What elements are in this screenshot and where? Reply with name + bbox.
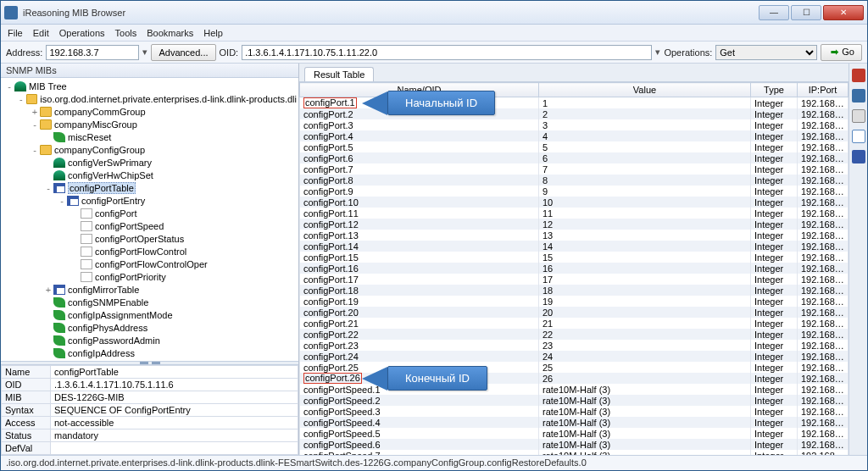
- column-header[interactable]: Value: [539, 83, 751, 97]
- cell-ip: 192.168.3...: [798, 340, 849, 351]
- table-row[interactable]: configPort.77Integer192.168.3...: [300, 163, 849, 175]
- table-row[interactable]: configPort.2121Integer192.168.3...: [300, 318, 849, 329]
- table-row[interactable]: configPortSpeed.3rate10M-Half (3)Integer…: [300, 406, 849, 417]
- cell-type: Integer: [751, 175, 798, 186]
- minimize-button[interactable]: —: [759, 5, 789, 20]
- tree-node[interactable]: configIpAddress: [4, 346, 297, 359]
- table-row[interactable]: configPort.1111Integer192.168.3...: [300, 208, 849, 219]
- table-row[interactable]: configPort.1515Integer192.168.3...: [300, 252, 849, 263]
- tree-label: configPortOperStatus: [95, 234, 184, 244]
- tree-node[interactable]: -companyMiscGroup: [4, 118, 297, 130]
- export-icon[interactable]: [852, 89, 865, 103]
- tree-expander-icon[interactable]: -: [43, 183, 53, 193]
- address-dropdown-icon[interactable]: ▾: [142, 47, 147, 58]
- table-row[interactable]: configPort.99Integer192.168.3...: [300, 186, 849, 197]
- column-header[interactable]: Type: [751, 83, 798, 97]
- copy-icon[interactable]: [852, 109, 865, 123]
- cell-ip: 192.168.3...: [798, 230, 849, 241]
- cell-ip: 192.168.3...: [798, 263, 849, 274]
- table-row[interactable]: configPort.1414Integer192.168.3...: [300, 241, 849, 252]
- table-row[interactable]: configPortSpeed.7rate10M-Half (3)Integer…: [300, 450, 849, 455]
- table-row[interactable]: configPort.44Integer192.168.3...: [300, 130, 849, 141]
- menu-file[interactable]: File: [8, 28, 23, 38]
- menu-help[interactable]: Help: [203, 28, 223, 38]
- page-icon: [81, 221, 92, 231]
- tree-label: configSNMPEnable: [68, 297, 148, 308]
- search-icon[interactable]: [852, 130, 865, 143]
- tree-expander-icon[interactable]: +: [30, 107, 40, 117]
- table-row[interactable]: configPortSpeed.5rate10M-Half (3)Integer…: [300, 428, 849, 439]
- menu-tools[interactable]: Tools: [115, 28, 137, 38]
- result-grid[interactable]: Name/OIDValueTypeIP:PortconfigPort.11Int…: [299, 82, 849, 455]
- tree-node[interactable]: miscReset: [4, 130, 297, 143]
- operations-select[interactable]: Get: [715, 45, 817, 60]
- table-row[interactable]: configPort.2323Integer192.168.3...: [300, 340, 849, 351]
- tree-expander-icon[interactable]: +: [43, 285, 53, 295]
- table-row[interactable]: configPort.2222Integer192.168.3...: [300, 329, 849, 340]
- tree-node[interactable]: configPortSpeed: [4, 219, 297, 232]
- detail-key: Syntax: [2, 404, 51, 417]
- go-button[interactable]: ➡Go: [821, 44, 862, 61]
- table-row[interactable]: configPort.1818Integer192.168.3...: [300, 285, 849, 296]
- table-row[interactable]: configPort.33Integer192.168.3...: [300, 119, 849, 130]
- tree-node[interactable]: configPortPriority: [4, 270, 297, 283]
- tree-node[interactable]: -configPortTable: [4, 181, 297, 194]
- tree-node[interactable]: +configMirrorTable: [4, 283, 297, 296]
- oid-input[interactable]: [242, 45, 652, 60]
- tree-expander-icon[interactable]: -: [57, 196, 67, 206]
- advanced-button[interactable]: Advanced...: [151, 44, 215, 61]
- tree-expander-icon[interactable]: -: [30, 145, 40, 155]
- tree-node[interactable]: configPortOperStatus: [4, 232, 297, 245]
- table-row[interactable]: configPort.1212Integer192.168.3...: [300, 219, 849, 230]
- tree-node[interactable]: configIpAssignmentMode: [4, 308, 297, 321]
- table-row[interactable]: configPort.55Integer192.168.3...: [300, 141, 849, 152]
- table-row[interactable]: configPort.1919Integer192.168.3...: [300, 296, 849, 307]
- cell-value: 6: [539, 152, 751, 163]
- cell-ip: 192.168.3...: [798, 362, 849, 373]
- table-row[interactable]: configPortSpeed.6rate10M-Half (3)Integer…: [300, 439, 849, 450]
- tab-result-table[interactable]: Result Table: [304, 67, 374, 81]
- leaf-icon: [53, 132, 65, 142]
- table-row[interactable]: configPort.1717Integer192.168.3...: [300, 274, 849, 285]
- menu-edit[interactable]: Edit: [33, 28, 49, 38]
- tree-node[interactable]: configVerHwChipSet: [4, 169, 297, 181]
- titlebar[interactable]: iReasoning MIB Browser — ☐ ✕: [1, 1, 867, 25]
- mib-tree[interactable]: -MIB Tree-iso.org.dod.internet.private.e…: [1, 78, 298, 361]
- tree-node[interactable]: +companyCommGroup: [4, 105, 297, 118]
- grid-icon[interactable]: [852, 150, 865, 163]
- menu-bookmarks[interactable]: Bookmarks: [147, 28, 193, 38]
- tree-node[interactable]: configPasswordAdmin: [4, 334, 297, 346]
- maximize-button[interactable]: ☐: [791, 5, 821, 20]
- table-row[interactable]: configPort.88Integer192.168.3...: [300, 175, 849, 186]
- address-input[interactable]: [46, 45, 139, 60]
- menu-operations[interactable]: Operations: [59, 28, 105, 38]
- tree-node[interactable]: configPort: [4, 207, 297, 219]
- table-row[interactable]: configPort.66Integer192.168.3...: [300, 152, 849, 163]
- tree-expander-icon[interactable]: -: [30, 119, 40, 130]
- table-row[interactable]: configPortSpeed.4rate10M-Half (3)Integer…: [300, 417, 849, 428]
- table-row[interactable]: configPort.2020Integer192.168.3...: [300, 307, 849, 318]
- cell-type: Integer: [751, 384, 798, 395]
- table-row[interactable]: configPortSpeed.2rate10M-Half (3)Integer…: [300, 395, 849, 406]
- delete-icon[interactable]: [852, 69, 865, 82]
- tree-node[interactable]: configPortFlowControl: [4, 245, 297, 258]
- tree-label: configPort: [95, 208, 137, 219]
- tree-node[interactable]: configSNMPEnable: [4, 296, 297, 308]
- tree-node[interactable]: configPhysAddress: [4, 321, 297, 334]
- table-row[interactable]: configPort.1313Integer192.168.3...: [300, 230, 849, 241]
- tree-node[interactable]: configVerSwPrimary: [4, 156, 297, 169]
- cell-type: Integer: [751, 263, 798, 274]
- column-header[interactable]: IP:Port: [798, 83, 849, 97]
- arrow-left-icon: [362, 91, 387, 115]
- table-row[interactable]: configPort.1616Integer192.168.3...: [300, 263, 849, 274]
- table-row[interactable]: configPort.2424Integer192.168.3...: [300, 351, 849, 362]
- tree-node[interactable]: -configPortEntry: [4, 194, 297, 207]
- close-button[interactable]: ✕: [823, 5, 864, 20]
- tree-node[interactable]: -companyConfigGroup: [4, 143, 297, 156]
- detail-key: DefVal: [2, 442, 51, 455]
- cell-name: configPort.19: [300, 296, 539, 307]
- oid-dropdown-icon[interactable]: ▾: [655, 47, 660, 58]
- tree-node[interactable]: configPortFlowControlOper: [4, 258, 297, 270]
- table-row[interactable]: configPort.1010Integer192.168.3...: [300, 197, 849, 208]
- operations-label: Operations:: [664, 47, 712, 58]
